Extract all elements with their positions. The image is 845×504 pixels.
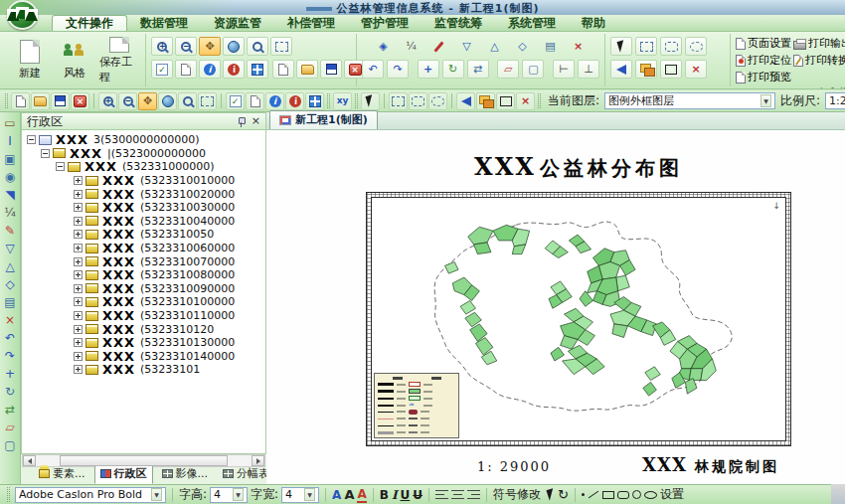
- left-tool-icon[interactable]: ↶: [2, 330, 19, 346]
- tree-item[interactable]: XXX (5323310040000: [22, 215, 265, 229]
- circle-tool-button[interactable]: [632, 490, 641, 499]
- tree-item[interactable]: XXX (5323310130000: [22, 336, 265, 350]
- clear-selection-button[interactable]: ×: [685, 60, 707, 79]
- scroll-track[interactable]: [36, 455, 252, 466]
- expand-toggle[interactable]: [56, 162, 65, 171]
- identify-red-button[interactable]: i: [223, 60, 245, 79]
- tree-horizontal-scrollbar[interactable]: [22, 454, 265, 467]
- qb-close-button[interactable]: ×: [71, 92, 89, 110]
- statusbar-grip[interactable]: [7, 487, 10, 502]
- menu-tab[interactable]: 管护管理: [348, 16, 422, 31]
- tree-item[interactable]: XXX (5323310030000: [22, 201, 265, 215]
- left-tool-icon[interactable]: +: [2, 366, 19, 382]
- symbol-edit-button[interactable]: 符号修改: [493, 486, 541, 503]
- resize-corner[interactable]: [831, 484, 845, 504]
- tree-item[interactable]: XXX (5323310060000: [22, 242, 265, 255]
- tree-item-root[interactable]: XXX 3(5300000000000): [22, 133, 265, 147]
- expand-toggle[interactable]: [41, 149, 50, 158]
- qb-check-button[interactable]: ✓: [226, 92, 245, 110]
- expand-toggle[interactable]: [74, 257, 83, 266]
- pin-icon[interactable]: [235, 116, 246, 127]
- menu-tab[interactable]: 数据管理: [127, 16, 201, 31]
- select-rect-button[interactable]: [635, 37, 657, 56]
- tree-item[interactable]: XXX (5323310120: [22, 322, 265, 336]
- left-tool-icon[interactable]: ▢: [2, 437, 19, 453]
- scale-input[interactable]: 1:20: [825, 92, 845, 109]
- expand-toggle[interactable]: [74, 203, 83, 212]
- expand-toggle[interactable]: [74, 325, 83, 334]
- toolbar-grip[interactable]: [5, 93, 8, 108]
- expand-toggle[interactable]: [74, 284, 83, 293]
- navigate-button[interactable]: ◈: [373, 37, 395, 56]
- qb-save-button[interactable]: [51, 92, 70, 110]
- menu-tab[interactable]: 文件操作: [52, 15, 127, 31]
- zoom-out-button[interactable]: −: [175, 37, 197, 56]
- paste-coord-button[interactable]: ⇄: [467, 60, 489, 79]
- new-file-button[interactable]: [272, 60, 294, 79]
- menu-tab[interactable]: 补偿管理: [274, 16, 348, 31]
- italic-button[interactable]: I: [392, 488, 398, 502]
- qb-pan-button[interactable]: ✥: [138, 92, 157, 110]
- style-button[interactable]: 风格: [54, 36, 95, 85]
- menu-tab[interactable]: 帮助: [569, 16, 618, 31]
- print-preview-button[interactable]: 打印预览: [748, 70, 791, 84]
- left-tool-icon[interactable]: ▱: [2, 420, 19, 435]
- qb-zoom-select-button[interactable]: [178, 92, 197, 110]
- point-tool-button[interactable]: [582, 493, 585, 496]
- left-tool-icon[interactable]: ◥: [2, 187, 19, 203]
- left-tool-icon[interactable]: ⇄: [2, 402, 19, 418]
- font-name-combo[interactable]: Adobe Caslon Pro Bold ▼: [15, 487, 166, 503]
- ellipse-tool-button[interactable]: [644, 491, 657, 499]
- measure-h-button[interactable]: ⊥: [578, 60, 599, 79]
- undo-button[interactable]: ↶: [362, 60, 384, 79]
- select-arrow-button[interactable]: [610, 37, 632, 56]
- chevron-down-icon[interactable]: ▼: [760, 94, 771, 107]
- tree-item[interactable]: XXX (5323310110000: [22, 309, 265, 323]
- expand-toggle[interactable]: [74, 230, 83, 239]
- qb-xy-button[interactable]: xy: [333, 92, 352, 110]
- select-poly-button[interactable]: [660, 37, 682, 56]
- tree-item-l2[interactable]: XXX |(5323000000000: [22, 147, 265, 161]
- left-tool-icon[interactable]: ▣: [2, 151, 19, 167]
- current-layer-combo[interactable]: 图例外框图层 ▼: [604, 92, 775, 109]
- char-width-combo[interactable]: 4 ▼: [281, 487, 319, 503]
- line-tool-button[interactable]: [589, 491, 598, 499]
- expand-toggle[interactable]: [74, 270, 83, 279]
- redo-button[interactable]: ↷: [387, 60, 409, 79]
- select-circle-button[interactable]: [685, 37, 707, 56]
- expand-toggle[interactable]: [74, 244, 83, 252]
- expand-toggle[interactable]: [27, 135, 36, 144]
- chevron-down-icon[interactable]: ▼: [151, 488, 162, 501]
- qb-page-button[interactable]: [246, 92, 264, 110]
- save-project-button[interactable]: 保存工程: [98, 36, 140, 85]
- font-color-red-button[interactable]: A: [357, 487, 366, 503]
- vertex-button[interactable]: ◇: [512, 37, 534, 56]
- left-tool-icon[interactable]: ✎: [2, 223, 19, 239]
- attribute-button[interactable]: ▤: [540, 37, 562, 56]
- font-size-button[interactable]: A: [344, 488, 354, 502]
- qb-select-circle-button[interactable]: [428, 92, 447, 110]
- char-height-combo[interactable]: 4 ▼: [210, 487, 248, 503]
- qb-extent-button[interactable]: [305, 92, 324, 110]
- menu-tab[interactable]: 监管统筹: [422, 16, 495, 31]
- tree-item[interactable]: XXX (5323310020000: [22, 187, 265, 201]
- rounded-rect-tool-button[interactable]: [617, 491, 629, 499]
- save-button[interactable]: [320, 60, 342, 79]
- open-button[interactable]: [296, 60, 318, 79]
- refresh-button[interactable]: [175, 60, 197, 79]
- align-center-button[interactable]: [451, 489, 464, 500]
- qb-select-arrow-button[interactable]: [361, 92, 380, 110]
- left-tool-icon[interactable]: ◇: [2, 276, 19, 292]
- move-feature-button[interactable]: +: [418, 60, 439, 79]
- bold-button[interactable]: B: [380, 488, 389, 502]
- qb-identify-red-button[interactable]: i: [285, 92, 304, 110]
- chevron-down-icon[interactable]: ▼: [304, 488, 315, 501]
- measure-button[interactable]: ⊢: [553, 60, 575, 79]
- expand-toggle[interactable]: [74, 338, 83, 347]
- tree-item[interactable]: XXX (5323310070000: [22, 254, 265, 268]
- toolbar-grip[interactable]: [538, 93, 541, 108]
- pan-button[interactable]: ✥: [199, 37, 221, 56]
- tree-item[interactable]: XXX (5323310140000: [22, 350, 265, 364]
- left-tool-icon[interactable]: ¼: [2, 205, 19, 221]
- expand-toggle[interactable]: [74, 352, 83, 361]
